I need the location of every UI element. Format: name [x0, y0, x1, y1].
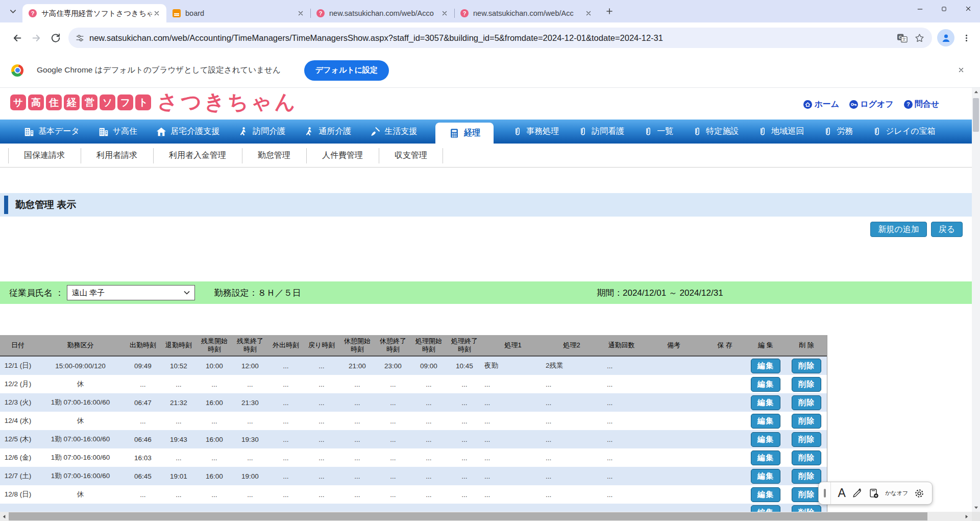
delete-button[interactable]: 削除 [792, 451, 821, 465]
top-link-ホーム[interactable]: ホーム [803, 99, 839, 110]
minimize-button[interactable] [908, 0, 932, 17]
reload-button[interactable] [46, 28, 65, 48]
back-button[interactable] [7, 28, 27, 48]
horizontal-scrollbar[interactable] [0, 512, 972, 521]
subnav-item-利用者請求[interactable]: 利用者請求 [81, 150, 153, 161]
column-header: 勤務区分 [36, 341, 125, 349]
url-bar[interactable]: new.satsukichan.com/web/Accounting/TimeM… [68, 28, 932, 48]
scroll-up-arrow[interactable] [972, 88, 980, 97]
delete-cell: 削除 [786, 432, 827, 447]
table-cell: ... [411, 491, 447, 499]
edit-button[interactable]: 編集 [751, 377, 780, 392]
nav-item-訪問介護[interactable]: 訪問介護 [238, 126, 285, 137]
edit-button[interactable]: 編集 [751, 487, 780, 502]
close-window-button[interactable] [956, 0, 980, 17]
banner-close-button[interactable] [951, 60, 971, 80]
nav-item-居宅介護支援[interactable]: 居宅介護支援 [156, 126, 219, 137]
delete-button[interactable]: 削除 [792, 469, 821, 484]
table-cell: ... [447, 454, 482, 462]
top-link-ログオフ[interactable]: ログオフ [849, 99, 894, 110]
edit-cell: 編集 [745, 469, 786, 484]
close-tab-icon[interactable] [152, 9, 161, 18]
nav-item-通所介護[interactable]: 通所介護 [304, 126, 351, 137]
browser-menu-button[interactable] [958, 29, 975, 46]
employee-select[interactable]: 遠山 幸子 [67, 285, 195, 300]
close-tab-icon[interactable] [296, 9, 305, 18]
subnav-item-人件費管理[interactable]: 人件費管理 [306, 150, 379, 161]
nav-item-労務[interactable]: 労務 [822, 126, 853, 137]
tab-title: new.satsukichan.com/web/Acco [329, 9, 440, 17]
nav-item-生活支援[interactable]: 生活支援 [370, 126, 417, 137]
edit-button[interactable]: 編集 [751, 505, 780, 512]
nav-item-地域巡回[interactable]: 地域巡回 [757, 126, 804, 137]
subnav-item-利用者入金管理[interactable]: 利用者入金管理 [153, 150, 242, 161]
new-tab-button[interactable] [602, 4, 617, 18]
browser-tab-4[interactable]: ?new.satsukichan.com/web/Acc [454, 4, 598, 22]
ime-settings-button[interactable] [914, 488, 925, 499]
table-cell: ... [600, 381, 643, 388]
delete-button[interactable]: 削除 [792, 487, 821, 502]
ime-pen-button[interactable] [851, 488, 863, 499]
delete-button[interactable]: 削除 [792, 377, 821, 392]
column-header: 休憩終了 時刻 [375, 337, 411, 353]
translate-icon: G文 [897, 33, 908, 43]
close-tab-icon[interactable] [584, 9, 593, 18]
close-tab-icon[interactable] [440, 9, 449, 18]
scroll-down-arrow[interactable] [972, 503, 980, 512]
column-header: 備考 [643, 341, 704, 349]
delete-button[interactable]: 削除 [792, 414, 821, 429]
edit-button[interactable]: 編集 [751, 432, 780, 447]
profile-avatar[interactable] [937, 29, 954, 46]
vertical-scroll-thumb[interactable] [973, 98, 979, 132]
vertical-scrollbar[interactable] [972, 88, 980, 512]
subnav-item-収支管理[interactable]: 収支管理 [379, 150, 443, 161]
subnav-item-勤怠管理[interactable]: 勤怠管理 [242, 150, 306, 161]
edit-button[interactable]: 編集 [751, 359, 780, 373]
edit-button[interactable]: 編集 [751, 451, 780, 465]
nav-item-label: サ高住 [113, 126, 137, 137]
browser-tab-2[interactable]: board [166, 4, 310, 22]
top-link-問合せ[interactable]: ?問合せ [904, 99, 939, 110]
edit-button[interactable]: 編集 [751, 414, 780, 429]
nav-item-経理[interactable]: 経理 [435, 123, 494, 144]
browser-tab-3[interactable]: ?new.satsukichan.com/web/Acco [310, 4, 454, 22]
nav-item-事務処理[interactable]: 事務処理 [512, 126, 559, 137]
nav-item-訪問看護[interactable]: 訪問看護 [577, 126, 624, 137]
delete-button[interactable]: 削除 [792, 505, 821, 512]
ime-dictionary-button[interactable] [868, 488, 879, 499]
set-default-button[interactable]: デフォルトに設定 [304, 60, 389, 81]
scroll-left-arrow[interactable] [0, 512, 9, 521]
ime-kana-toggle[interactable]: かな オフ [885, 490, 908, 496]
delete-button[interactable]: 削除 [792, 359, 821, 373]
url-text[interactable]: new.satsukichan.com/web/Accounting/TimeM… [89, 33, 893, 43]
tab-search-button[interactable] [5, 4, 20, 19]
table-cell: 16:00 [197, 472, 232, 480]
nav-item-基本データ[interactable]: 基本データ [23, 126, 80, 137]
nav-item-特定施設[interactable]: 特定施設 [692, 126, 739, 137]
back-page-button[interactable]: 戻る [931, 222, 963, 237]
table-cell: ... [375, 472, 411, 480]
ime-mode-button[interactable]: A [838, 486, 846, 500]
scroll-right-arrow[interactable] [962, 512, 971, 521]
edit-button[interactable]: 編集 [751, 469, 780, 484]
table-cell: 休 [36, 416, 125, 425]
bookmark-button[interactable] [911, 29, 928, 46]
site-info-icon[interactable] [76, 34, 84, 42]
table-cell: ... [268, 436, 304, 443]
nav-item-サ高住[interactable]: サ高住 [98, 126, 137, 137]
delete-button[interactable]: 削除 [792, 395, 821, 410]
table-cell: ... [600, 399, 643, 407]
employee-select-value: 遠山 幸子 [72, 288, 184, 298]
ime-drag-handle[interactable] [819, 482, 831, 504]
browser-tab-1[interactable]: ?サ高住専用経営ソフトさつきちゃん [22, 4, 166, 22]
horizontal-scroll-thumb[interactable] [9, 512, 927, 520]
add-new-button[interactable]: 新規の追加 [870, 222, 926, 237]
nav-item-ジレイの宝箱[interactable]: ジレイの宝箱 [871, 126, 936, 137]
delete-button[interactable]: 削除 [792, 432, 821, 447]
nav-item-一覧[interactable]: 一覧 [643, 126, 673, 137]
maximize-button[interactable] [932, 0, 956, 17]
forward-button[interactable] [27, 28, 46, 48]
subnav-item-国保連請求[interactable]: 国保連請求 [8, 150, 81, 161]
translate-button[interactable]: G文 [893, 29, 911, 46]
edit-button[interactable]: 編集 [751, 395, 780, 410]
